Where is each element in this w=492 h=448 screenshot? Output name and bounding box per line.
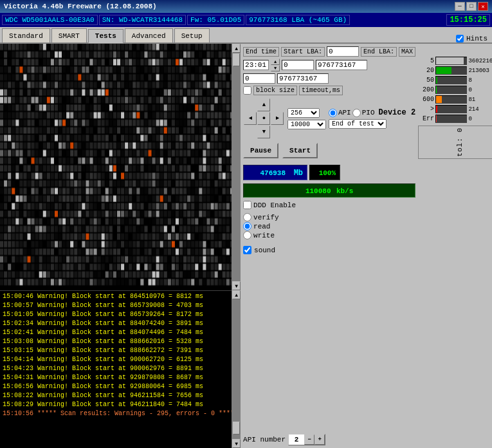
api-spinner: 2 − + bbox=[288, 434, 325, 445]
test-map: ▲ ▼ bbox=[0, 44, 241, 290]
timing-count-0: 3602216 bbox=[468, 58, 492, 64]
lba-info: 976773168 LBA (~465 GB) bbox=[246, 15, 350, 25]
mb-row: 476938 Mb 100% bbox=[243, 165, 415, 180]
block-enable-checkbox[interactable] bbox=[243, 86, 251, 95]
map-scrollbar[interactable]: ▲ ▼ bbox=[232, 44, 241, 290]
dir-center-button[interactable]: ● bbox=[257, 112, 270, 125]
hints-checkbox[interactable] bbox=[456, 35, 464, 42]
tol-text: tol: 0 bbox=[456, 127, 464, 157]
timing-bar-row-5: >214 bbox=[418, 105, 492, 113]
map-canvas bbox=[0, 44, 241, 290]
right-panel: End time Start LBA: End LBA: MAX ▲ ▼ bbox=[241, 44, 492, 448]
timing-bar-bg-4 bbox=[435, 95, 468, 104]
verify-radio[interactable] bbox=[243, 213, 251, 221]
percent-sign: % bbox=[331, 169, 336, 177]
timing-label-2: 50 bbox=[418, 77, 434, 84]
sound-row: sound bbox=[243, 246, 492, 254]
write-radio[interactable] bbox=[243, 231, 251, 239]
info-bar: WDC WD5001AALS-00E3A0 SN: WD-WCATR314446… bbox=[0, 13, 492, 27]
timing-count-2: 8 bbox=[468, 77, 492, 84]
tab-setup[interactable]: Setup bbox=[174, 28, 210, 42]
log-line: 15:02:41 Warning! Block start at 8840744… bbox=[3, 328, 229, 337]
scroll-up-button[interactable]: ▲ bbox=[232, 44, 241, 53]
write-label: write bbox=[253, 232, 275, 239]
tab-smart[interactable]: SMART bbox=[51, 28, 87, 42]
api-number-row: API number 2 − + bbox=[243, 434, 492, 445]
timing-bar-bg-3 bbox=[435, 86, 468, 94]
pause-start-row: Pause Start bbox=[243, 143, 415, 158]
pio-label: PIO bbox=[362, 109, 375, 117]
log-area: 15:00:46 Warning! Block start at 8645109… bbox=[0, 290, 232, 448]
log-scroll-thumb[interactable] bbox=[233, 422, 240, 434]
ddd-enable-checkbox[interactable] bbox=[243, 201, 251, 209]
test-mode-select[interactable]: End of testLoopPause bbox=[329, 119, 387, 129]
dir-empty-4 bbox=[271, 126, 284, 138]
timing-count-6: 0 bbox=[468, 116, 492, 122]
api-plus-button[interactable]: + bbox=[314, 434, 325, 445]
log-lines: 15:00:46 Warning! Block start at 8645109… bbox=[3, 292, 229, 418]
scroll-track[interactable] bbox=[232, 53, 241, 281]
timing-label-0: 5 bbox=[418, 57, 434, 64]
end-lba-label: End LBA: bbox=[361, 47, 397, 57]
log-line: 15:03:15 Warning! Block start at 8886622… bbox=[3, 346, 229, 355]
log-scroll-track[interactable] bbox=[232, 299, 241, 439]
firmware-version: Fw: 05.01D05 bbox=[187, 15, 244, 25]
log-line: 15:10:56 ***** Scan results: Warnings - … bbox=[3, 409, 229, 418]
timing-bar-row-3: 2000 bbox=[418, 86, 492, 94]
start-lba-input[interactable] bbox=[327, 46, 359, 57]
hints-label: Hints bbox=[466, 35, 487, 42]
maximize-button[interactable]: □ bbox=[466, 2, 477, 11]
tab-tests[interactable]: Tests bbox=[88, 29, 123, 43]
system-time: 15:15:25 bbox=[446, 14, 490, 26]
scroll-down-button[interactable]: ▼ bbox=[232, 281, 241, 290]
timing-bar-bg-0 bbox=[435, 57, 468, 65]
timing-count-3: 0 bbox=[468, 87, 492, 93]
window-controls: ─ □ ✕ bbox=[455, 2, 488, 11]
read-radio-row: read bbox=[243, 222, 415, 230]
sound-checkbox[interactable] bbox=[243, 246, 251, 254]
start-lba-label: Start LBA: bbox=[281, 47, 325, 57]
tab-standard[interactable]: Standard bbox=[2, 28, 50, 42]
timing-count-1: 213003 bbox=[468, 68, 492, 74]
tab-advanced[interactable]: Advanced bbox=[125, 28, 173, 42]
log-scroll-down[interactable]: ▼ bbox=[232, 439, 241, 448]
log-line: 15:04:31 Warning! Block start at 9298798… bbox=[3, 373, 229, 382]
scroll-thumb[interactable] bbox=[233, 53, 240, 66]
direction-pad: ▲ ◄ ● ► ▼ bbox=[244, 98, 284, 138]
start-button[interactable]: Start bbox=[282, 143, 318, 158]
end-lba-max: MAX bbox=[399, 47, 415, 57]
log-line: 15:00:57 Warning! Block start at 8657390… bbox=[3, 301, 229, 310]
verify-radio-row: verify bbox=[243, 213, 415, 221]
read-radio[interactable] bbox=[243, 222, 251, 230]
lba-offset-input[interactable] bbox=[243, 73, 275, 84]
end-lba2-input[interactable] bbox=[277, 73, 329, 84]
time-down-button[interactable]: ▼ bbox=[271, 65, 280, 71]
close-button[interactable]: ✕ bbox=[478, 2, 488, 11]
block-size-select[interactable]: 256128512 bbox=[287, 108, 320, 118]
timing-bar-bg-6 bbox=[435, 115, 468, 123]
api-radio[interactable] bbox=[329, 109, 337, 117]
end-lba-input[interactable] bbox=[316, 60, 367, 70]
log-scrollbar[interactable]: ▲ ▼ bbox=[232, 290, 241, 448]
dir-up-button[interactable]: ▲ bbox=[257, 98, 270, 111]
left-panel: ▲ ▼ 15:00:46 Warning! Block start at 864… bbox=[0, 44, 241, 448]
log-scroll-up[interactable]: ▲ bbox=[232, 290, 241, 299]
dir-right-button[interactable]: ► bbox=[271, 112, 284, 125]
api-minus-button[interactable]: − bbox=[304, 434, 314, 445]
dir-down-button[interactable]: ▼ bbox=[257, 126, 270, 138]
pio-radio[interactable] bbox=[352, 109, 361, 117]
time-up-button[interactable]: ▲ bbox=[271, 59, 280, 65]
lba-field2-input[interactable] bbox=[282, 60, 314, 70]
timeout-select[interactable]: 10000500030000 bbox=[287, 120, 326, 129]
speed-display: 110080 kb/s bbox=[243, 183, 415, 198]
minimize-button[interactable]: ─ bbox=[455, 2, 465, 11]
dir-left-button[interactable]: ◄ bbox=[244, 112, 257, 125]
pause-button[interactable]: Pause bbox=[243, 143, 278, 158]
ddd-label: DDD Enable bbox=[253, 201, 296, 209]
time-input[interactable] bbox=[243, 60, 269, 70]
log-line: 15:08:22 Warning! Block start at 9462115… bbox=[3, 391, 229, 400]
time-value-row: ▲ ▼ bbox=[243, 59, 415, 71]
bottom-right: sound API number 2 − + bbox=[241, 243, 492, 448]
dir-empty-2 bbox=[271, 98, 284, 111]
end-time-label: End time bbox=[243, 47, 279, 57]
